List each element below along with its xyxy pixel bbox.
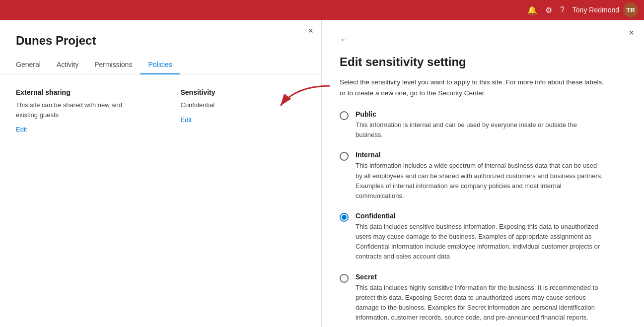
external-sharing-edit-link[interactable]: Edit xyxy=(16,126,27,133)
radio-confidential-desc: This data includes sensitive business in… xyxy=(356,222,604,262)
tabs: General Activity Permissions Policies xyxy=(0,56,321,74)
help-icon[interactable]: ? xyxy=(560,5,565,14)
radio-internal-label: Internal xyxy=(356,151,604,159)
radio-public-desc: This information is internal and can be … xyxy=(356,120,604,140)
left-panel: × Dunes Project General Activity Permiss… xyxy=(0,20,322,327)
tab-activity[interactable]: Activity xyxy=(49,56,86,74)
bell-icon[interactable]: 🔔 xyxy=(527,5,537,15)
radio-option-confidential[interactable]: Confidential This data includes sensitiv… xyxy=(340,212,626,262)
user-profile[interactable]: Tony Redmond TR xyxy=(572,2,638,17)
page-title: Dunes Project xyxy=(0,20,321,56)
tab-permissions[interactable]: Permissions xyxy=(86,56,140,74)
main-area: × Dunes Project General Activity Permiss… xyxy=(0,20,644,327)
right-panel-desc: Select the sensitivity level you want to… xyxy=(340,77,608,98)
radio-confidential[interactable] xyxy=(340,213,349,222)
radio-internal[interactable] xyxy=(340,152,349,161)
user-name: Tony Redmond xyxy=(572,6,619,14)
radio-public-label: Public xyxy=(356,110,604,118)
radio-secret[interactable] xyxy=(340,274,349,283)
avatar: TR xyxy=(623,2,638,17)
radio-option-internal[interactable]: Internal This information includes a wid… xyxy=(340,151,626,201)
radio-secret-content: Secret This data includes highly sensiti… xyxy=(356,273,604,323)
radio-confidential-content: Confidential This data includes sensitiv… xyxy=(356,212,604,262)
radio-secret-desc: This data includes highly sensitive info… xyxy=(356,283,604,323)
radio-public[interactable] xyxy=(340,111,349,120)
tab-policies[interactable]: Policies xyxy=(140,56,180,74)
radio-internal-content: Internal This information includes a wid… xyxy=(356,151,604,201)
radio-option-secret[interactable]: Secret This data includes highly sensiti… xyxy=(340,273,626,323)
right-panel-title: Edit sensitivity setting xyxy=(340,55,626,69)
radio-option-public[interactable]: Public This information is internal and … xyxy=(340,110,626,140)
radio-internal-desc: This information includes a wide spectru… xyxy=(356,161,604,201)
radio-confidential-label: Confidential xyxy=(356,212,604,220)
right-panel: ← × Edit sensitivity setting Select the … xyxy=(322,20,644,327)
radio-secret-label: Secret xyxy=(356,273,604,281)
right-panel-header: ← xyxy=(340,34,626,45)
external-sharing-section: External sharing This site can be shared… xyxy=(16,88,141,133)
left-panel-close-button[interactable]: × xyxy=(308,26,313,36)
gear-icon[interactable]: ⚙ xyxy=(545,5,552,15)
topbar: 🔔 ⚙ ? Tony Redmond TR xyxy=(0,0,644,20)
external-sharing-title: External sharing xyxy=(16,88,141,96)
policies-content: External sharing This site can be shared… xyxy=(0,74,321,147)
sensitivity-edit-link[interactable]: Edit xyxy=(181,116,192,124)
radio-public-content: Public This information is internal and … xyxy=(356,110,604,140)
right-panel-close-button[interactable]: × xyxy=(629,28,634,38)
back-button[interactable]: ← xyxy=(340,34,349,45)
tab-general[interactable]: General xyxy=(16,56,49,74)
external-sharing-desc: This site can be shared with new and exi… xyxy=(16,100,141,120)
sensitivity-section: Sensitivity Confidential Edit xyxy=(181,88,306,133)
